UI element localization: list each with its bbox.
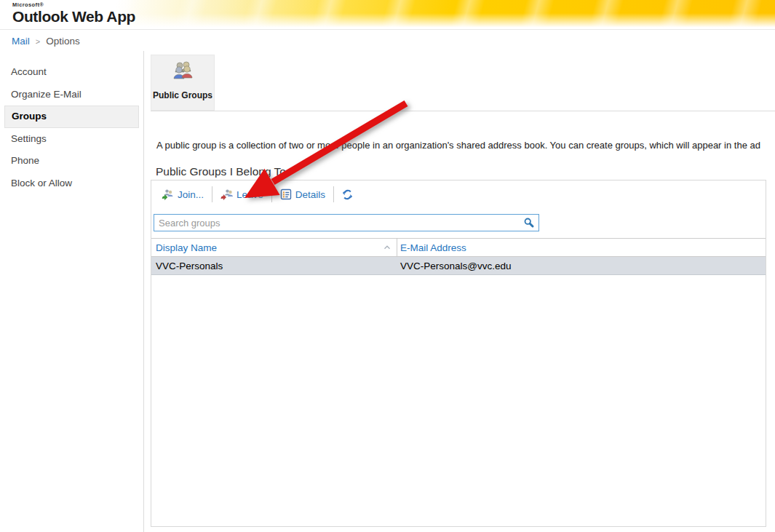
toolbar-separator <box>212 186 212 202</box>
row-email-cell: VVC-Personals@vvc.edu <box>397 257 766 274</box>
microsoft-wordmark: Microsoft® <box>12 2 135 8</box>
toolbar-separator <box>271 186 272 202</box>
sidebar-item-account[interactable]: Account <box>0 61 143 84</box>
groups-toolbar: Join... Leave Details <box>151 180 358 208</box>
sidebar-divider <box>143 51 144 532</box>
options-sidebar: Account Organize E-Mail Groups Settings … <box>0 61 143 194</box>
leave-button[interactable]: Leave <box>215 188 269 200</box>
sidebar-item-phone[interactable]: Phone <box>0 150 143 172</box>
email-header-label: E-Mail Address <box>400 242 466 253</box>
breadcrumb-mail-link[interactable]: Mail <box>12 36 30 47</box>
public-groups-icon <box>170 60 196 85</box>
search-icon <box>523 217 535 229</box>
refresh-button[interactable] <box>337 189 358 200</box>
app-header: Microsoft® Outlook Web App <box>0 0 775 30</box>
groups-list-panel: Join... Leave Details <box>151 180 766 527</box>
breadcrumb-options: Options <box>46 36 80 47</box>
tab-row-divider <box>151 111 775 111</box>
table-row[interactable]: VVC-Personals VVC-Personals@vvc.edu <box>151 257 766 275</box>
details-icon <box>280 188 292 200</box>
column-header-email-address[interactable]: E-Mail Address <box>397 239 766 256</box>
sort-ascending-icon <box>383 245 391 250</box>
outlook-web-app-logo: Microsoft® Outlook Web App <box>12 2 135 24</box>
sidebar-item-block-or-allow[interactable]: Block or Allow <box>0 172 143 195</box>
join-button[interactable]: Join... <box>156 188 209 200</box>
section-title: Public Groups I Belong To <box>156 165 286 178</box>
sidebar-item-organize-email[interactable]: Organize E-Mail <box>0 84 143 106</box>
tab-public-groups-label: Public Groups <box>151 90 214 100</box>
search-groups-input[interactable] <box>154 217 520 229</box>
join-button-label: Join... <box>178 189 204 200</box>
breadcrumb: Mail > Options <box>12 36 80 47</box>
toolbar-separator <box>333 186 334 202</box>
sidebar-item-groups[interactable]: Groups <box>4 106 139 128</box>
search-groups-box <box>154 214 539 231</box>
display-name-header-label: Display Name <box>156 242 217 253</box>
table-header: Display Name E-Mail Address <box>151 238 766 257</box>
leave-button-label: Leave <box>237 189 263 200</box>
sidebar-item-settings[interactable]: Settings <box>0 128 143 151</box>
refresh-icon <box>342 189 353 200</box>
column-header-display-name[interactable]: Display Name <box>151 239 397 256</box>
breadcrumb-separator: > <box>36 37 40 46</box>
leave-group-icon <box>220 188 233 200</box>
details-button-label: Details <box>295 189 325 200</box>
tab-public-groups[interactable]: Public Groups <box>151 55 215 111</box>
search-button[interactable] <box>520 217 538 229</box>
brand-title: Outlook Web App <box>12 8 135 25</box>
row-display-name-cell: VVC-Personals <box>151 257 397 274</box>
details-button[interactable]: Details <box>275 188 330 200</box>
join-group-icon <box>162 188 174 200</box>
public-group-description: A public group is a collection of two or… <box>156 140 760 151</box>
